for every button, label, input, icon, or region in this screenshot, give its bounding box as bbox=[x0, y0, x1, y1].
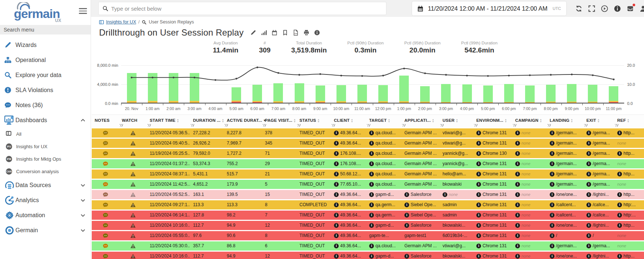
info-icon[interactable]: i bbox=[476, 182, 481, 187]
sidebar-item-data-sources[interactable]: Data Sources bbox=[0, 178, 91, 193]
info-icon[interactable]: i bbox=[334, 213, 339, 218]
chart-bar-1-00-am[interactable] bbox=[148, 73, 157, 103]
sidebar-subitem-insights-for-ux[interactable]: IFUInsights for UX bbox=[0, 140, 91, 153]
info-icon[interactable]: i bbox=[515, 131, 520, 135]
info-icon[interactable]: i bbox=[586, 182, 591, 187]
warning-triangle-icon[interactable] bbox=[130, 223, 136, 228]
column-filter-handle[interactable] bbox=[263, 124, 266, 127]
warning-triangle-icon[interactable] bbox=[130, 212, 136, 218]
info-icon[interactable]: i bbox=[550, 233, 554, 238]
info-icon[interactable]: i bbox=[586, 254, 591, 259]
info-icon[interactable]: i bbox=[586, 161, 591, 166]
info-icon[interactable]: i bbox=[404, 192, 409, 197]
column-filter-handle[interactable] bbox=[120, 124, 123, 127]
table-row[interactable]: 11/20/2024 10:16:0...112.794.912TIMED_OU… bbox=[92, 252, 644, 259]
breadcrumb-parent-link[interactable]: Insights for UX bbox=[106, 19, 136, 25]
info-icon[interactable]: i bbox=[369, 192, 374, 197]
column-header-start-time[interactable]: START TIME▲▼ bbox=[147, 117, 190, 127]
global-search-input[interactable] bbox=[111, 6, 382, 12]
info-icon[interactable]: i bbox=[476, 203, 481, 207]
table-row[interactable]: 11/19/2024 05:25:5...79,592.01,727.271TI… bbox=[92, 149, 644, 158]
column-filter-handle[interactable] bbox=[440, 124, 444, 127]
note-bubble-icon[interactable] bbox=[103, 253, 108, 259]
info-icon[interactable]: i bbox=[617, 151, 622, 156]
info-icon[interactable]: i bbox=[515, 254, 520, 259]
info-icon[interactable]: i bbox=[476, 213, 481, 218]
info-icon[interactable]: i bbox=[515, 192, 520, 197]
info-icon[interactable]: i bbox=[334, 172, 339, 176]
column-filter-handle[interactable] bbox=[584, 124, 587, 127]
chart-bar-10-00-pm[interactable] bbox=[588, 85, 597, 103]
column-header-status[interactable]: STATUS▲▼ bbox=[296, 117, 331, 127]
note-bubble-icon[interactable] bbox=[103, 141, 108, 146]
column-filter-handle[interactable] bbox=[513, 124, 516, 127]
chart-bar-11-00-am[interactable] bbox=[357, 85, 367, 103]
info-icon[interactable]: i bbox=[404, 223, 409, 228]
info-icon[interactable]: i bbox=[586, 213, 591, 218]
warning-triangle-icon[interactable] bbox=[130, 182, 136, 187]
chart-bar-20-nov[interactable] bbox=[127, 73, 137, 103]
note-bubble-icon[interactable] bbox=[103, 243, 108, 249]
info-icon[interactable]: i bbox=[369, 203, 374, 207]
table-row[interactable]: 11/20/2024 10:16:0...112.794.912TIMED_OU… bbox=[92, 221, 644, 230]
info-icon[interactable]: i bbox=[476, 192, 481, 197]
warning-triangle-icon[interactable] bbox=[130, 171, 136, 177]
info-icon[interactable]: i bbox=[476, 254, 481, 259]
info-icon[interactable]: i bbox=[369, 223, 374, 228]
info-icon[interactable]: i bbox=[617, 131, 622, 135]
chart-bar-8-00-am[interactable] bbox=[295, 83, 304, 103]
column-header-duration[interactable]: DURATION ...▲▼ bbox=[190, 117, 224, 127]
sidebar-item-dashboards[interactable]: Dashboards bbox=[0, 113, 91, 128]
refresh-icon[interactable] bbox=[575, 4, 583, 12]
chart-bar-9-00-pm[interactable] bbox=[567, 84, 576, 103]
info-icon[interactable]: i bbox=[443, 192, 447, 197]
info-icon[interactable]: i bbox=[369, 131, 374, 135]
info-icon[interactable]: i bbox=[476, 141, 481, 146]
warning-triangle-icon[interactable] bbox=[130, 130, 136, 136]
fullscreen-icon[interactable] bbox=[588, 4, 596, 12]
info-icon[interactable]: i bbox=[476, 161, 481, 166]
info-icon[interactable]: i bbox=[404, 213, 409, 218]
calendar-grid-icon[interactable] bbox=[272, 30, 278, 36]
table-row[interactable]: 11/20/2024 06:14:1...127.898.27TIMED_OUT… bbox=[92, 211, 644, 220]
info-icon[interactable]: i bbox=[550, 172, 554, 176]
column-filter-handle[interactable] bbox=[191, 124, 194, 127]
note-bubble-icon[interactable] bbox=[103, 192, 108, 197]
sidebar-item-automation[interactable]: Automation bbox=[0, 208, 91, 223]
column-filter-handle[interactable] bbox=[225, 124, 228, 127]
info-icon[interactable]: i bbox=[617, 203, 622, 207]
note-bubble-icon[interactable] bbox=[103, 223, 108, 228]
info-icon[interactable]: i bbox=[369, 151, 374, 156]
column-header-page-visit[interactable]: PAGE VISIT...▲▼ bbox=[262, 117, 296, 127]
info-icon[interactable]: i bbox=[515, 161, 520, 166]
info-icon[interactable]: i bbox=[586, 131, 591, 135]
info-icon[interactable]: i bbox=[515, 213, 520, 218]
chart-bar-6-00-pm[interactable] bbox=[504, 84, 514, 103]
note-bubble-icon[interactable] bbox=[103, 202, 108, 208]
chart-bar-5-00-pm[interactable] bbox=[483, 85, 493, 103]
chart-bar-11-00-pm[interactable] bbox=[609, 86, 618, 103]
note-bubble-icon[interactable] bbox=[103, 171, 108, 177]
table-row[interactable]: 11/20/2024 05:40:5...26,926.27,969.7345T… bbox=[92, 139, 644, 148]
info-icon[interactable]: i bbox=[334, 203, 339, 207]
info-icon[interactable]: i bbox=[334, 244, 339, 248]
chart-bar-7-00-pm[interactable] bbox=[525, 85, 535, 103]
chart-bar-2-00-pm[interactable] bbox=[420, 86, 430, 103]
info-icon[interactable]: i bbox=[550, 161, 554, 166]
info-icon[interactable]: i bbox=[334, 161, 339, 166]
info-icon[interactable]: i bbox=[476, 131, 481, 135]
inbox-alert-icon[interactable] bbox=[626, 4, 634, 12]
info-icon[interactable]: i bbox=[476, 151, 481, 156]
sidebar-item-germain[interactable]: Germain bbox=[0, 223, 91, 238]
info-icon[interactable]: i bbox=[515, 182, 520, 187]
chart-bar-3-00-am[interactable] bbox=[190, 73, 199, 103]
info-circle-icon[interactable] bbox=[614, 4, 622, 12]
column-filter-handle[interactable] bbox=[474, 124, 477, 127]
chart-bar-5-00-am[interactable] bbox=[232, 87, 241, 103]
info-icon[interactable]: i bbox=[586, 203, 591, 207]
info-icon[interactable]: i bbox=[515, 233, 520, 238]
warning-triangle-icon[interactable] bbox=[130, 151, 136, 156]
table-row[interactable]: 11/20/2024 05:36:5...27,228.28,227.8378T… bbox=[92, 128, 644, 138]
column-header-ref[interactable]: REF▲▼ bbox=[614, 117, 644, 127]
info-icon[interactable]: i bbox=[476, 244, 481, 248]
